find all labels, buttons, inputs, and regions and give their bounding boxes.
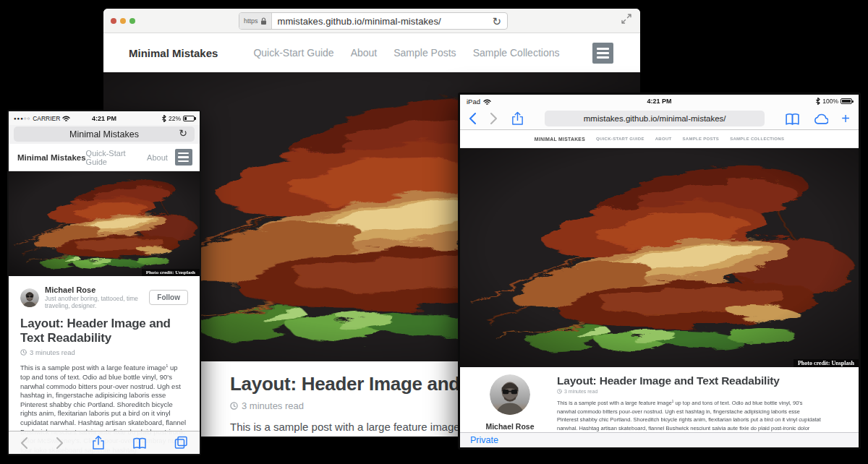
site-title-link[interactable]: MINIMAL MISTAKES <box>535 137 585 142</box>
author-photo <box>490 374 530 415</box>
page-title-url: Minimal Mistakes <box>69 129 139 139</box>
minimize-window-button[interactable] <box>120 18 126 24</box>
nav-item-about[interactable]: ABOUT <box>655 137 672 141</box>
nav-item-sample-posts[interactable]: SAMPLE POSTS <box>683 137 720 141</box>
url-text: mmistakes.github.io/minimal-mistakes/ <box>584 114 726 123</box>
nav-item-sample-collections[interactable]: Sample Collections <box>473 47 560 59</box>
url-text[interactable]: mmistakes.github.io/minimal-mistakes/ <box>272 16 487 27</box>
clock-icon <box>20 349 27 356</box>
leaves-photo <box>9 171 200 276</box>
avatar <box>20 288 39 307</box>
window-controls <box>111 18 135 24</box>
reading-time: 3 minutes read <box>30 348 75 356</box>
iphone-url-bar: Minimal Mistakes ↻ <box>9 125 200 144</box>
author-sidebar: Michael Rose Just another boring, tattoo… <box>470 374 550 432</box>
forward-icon[interactable] <box>490 113 498 124</box>
bookmarks-icon[interactable] <box>785 112 800 126</box>
avatar <box>490 374 530 415</box>
reload-icon[interactable]: ↻ <box>173 128 193 138</box>
close-window-button[interactable] <box>111 18 116 24</box>
paragraph-text: This is a sample post with a large featu… <box>557 400 672 406</box>
new-tab-icon[interactable]: + <box>841 111 850 126</box>
author-photo <box>20 288 39 307</box>
author-bio: Just another boring, tattooed, time trav… <box>45 295 143 309</box>
nav-item-quick-start-guide[interactable]: Quick-Start Guide <box>253 47 333 59</box>
reading-time: 3 minutes read <box>564 389 597 394</box>
ipad-post-content: Michael Rose Just another boring, tattoo… <box>460 367 859 432</box>
zoom-window-button[interactable] <box>129 18 135 24</box>
post-meta: 3 minutes read <box>20 348 188 356</box>
battery-icon <box>841 98 852 104</box>
iphone-feature-image: Photo credit: Unsplash <box>9 171 200 276</box>
ipad-status-bar: iPad 4:21 PM 100% <box>460 95 859 108</box>
lock-icon <box>260 17 267 25</box>
battery-percent: 100% <box>822 98 838 105</box>
private-browsing-bar: Private <box>460 432 859 447</box>
nav-item-about[interactable]: About <box>351 47 378 59</box>
leaves-photo <box>460 148 859 367</box>
site-title-link[interactable]: Minimal Mistakes <box>129 47 218 59</box>
menu-toggle-button[interactable] <box>592 43 613 64</box>
address-bar[interactable]: https mmistakes.github.io/minimal-mistak… <box>239 12 508 30</box>
nav-item-quick-start-guide[interactable]: QUICK-START GUIDE <box>596 137 644 141</box>
paragraph-text: This is a sample post with a large featu… <box>20 364 166 371</box>
battery-icon <box>183 116 195 121</box>
menu-toggle-button[interactable] <box>175 149 192 166</box>
iphone-status-bar: ●●●○○ CARRIER 4:21 PM 22% <box>9 111 200 125</box>
ipad-device: iPad 4:21 PM 100% mmistakes.github.io/mi… <box>458 93 861 450</box>
follow-button[interactable]: Follow <box>149 290 188 305</box>
paragraph-text: This is a sample post with a large featu… <box>230 421 460 433</box>
tabs-icon[interactable] <box>174 436 188 450</box>
reload-icon[interactable]: ↻ <box>486 16 507 27</box>
ipad-feature-image: Photo credit: Unsplash <box>460 148 859 367</box>
back-icon[interactable] <box>20 437 28 449</box>
ipad-safari-toolbar: mmistakes.github.io/minimal-mistakes/ + <box>460 108 859 130</box>
fullscreen-icon[interactable] <box>621 14 631 24</box>
composite-stage: https mmistakes.github.io/minimal-mistak… <box>0 0 868 464</box>
private-button[interactable]: Private <box>470 435 498 445</box>
status-time: 4:21 PM <box>460 98 859 105</box>
iphone-site-nav: Minimal Mistakes Quick-Start Guide About <box>9 144 200 171</box>
desktop-site-nav: Minimal Mistakes Quick-Start Guide About… <box>103 33 640 72</box>
photo-credit: Photo credit: Unsplash <box>793 359 859 367</box>
photo-credit: Photo credit: Unsplash <box>142 269 200 276</box>
wifi-icon <box>483 98 491 105</box>
https-label: https <box>244 17 258 25</box>
https-badge: https <box>239 13 272 29</box>
wifi-icon <box>62 115 70 121</box>
desktop-titlebar: https mmistakes.github.io/minimal-mistak… <box>103 9 640 33</box>
back-icon[interactable] <box>469 113 477 124</box>
ipad-address-field[interactable]: mmistakes.github.io/minimal-mistakes/ <box>545 111 765 126</box>
signal-strength-icon: ●●●○○ <box>14 116 30 121</box>
site-title-link[interactable]: Minimal Mistakes <box>17 153 86 162</box>
ipad-site-nav: MINIMAL MISTAKES QUICK-START GUIDE ABOUT… <box>460 130 859 148</box>
author-name: Michael Rose <box>470 422 550 431</box>
clock-icon <box>557 389 562 394</box>
share-icon[interactable] <box>511 111 524 126</box>
nav-item-sample-posts[interactable]: Sample Posts <box>393 47 456 59</box>
nav-item-quick-start-guide[interactable]: Quick-Start Guide <box>86 149 148 166</box>
reading-time: 3 minutes read <box>242 400 304 411</box>
bluetooth-icon <box>815 98 820 105</box>
nav-item-about[interactable]: About <box>147 153 168 162</box>
icloud-tabs-icon[interactable] <box>813 113 828 125</box>
share-icon[interactable] <box>91 435 106 450</box>
post-title: Layout: Header Image and Text Readabilit… <box>20 317 188 345</box>
nav-item-sample-collections[interactable]: SAMPLE COLLECTIONS <box>730 137 784 141</box>
battery-percent: 22% <box>169 115 181 122</box>
iphone-address-field[interactable]: Minimal Mistakes ↻ <box>14 126 195 142</box>
bookmarks-icon[interactable] <box>132 437 147 450</box>
forward-icon[interactable] <box>56 437 64 449</box>
device-label: iPad <box>467 98 480 106</box>
post-paragraph: This is a sample post with a large featu… <box>557 399 822 432</box>
post-title: Layout: Header Image and Text Readabilit… <box>557 374 846 387</box>
post-meta: 3 minutes read <box>557 389 846 394</box>
author-name: Michael Rose <box>45 285 143 294</box>
carrier-label: CARRIER <box>33 115 60 122</box>
iphone-device: ●●●○○ CARRIER 4:21 PM 22% Minimal Mistak… <box>7 110 201 455</box>
author-row: Michael Rose Just another boring, tattoo… <box>20 285 188 309</box>
iphone-safari-toolbar <box>9 431 200 454</box>
bluetooth-icon <box>161 115 166 122</box>
iphone-post-content: Michael Rose Just another boring, tattoo… <box>9 276 200 454</box>
clock-icon <box>230 402 238 410</box>
